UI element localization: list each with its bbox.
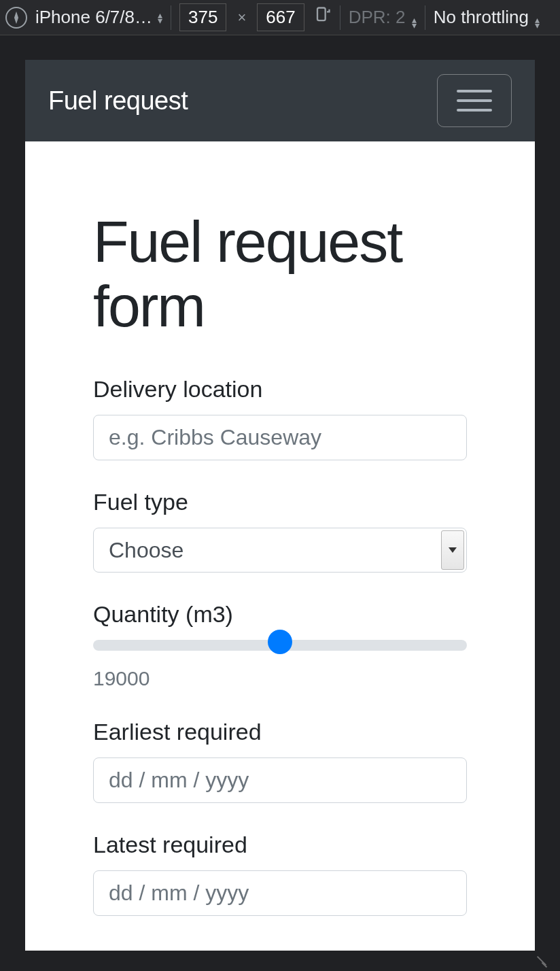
device-viewport: Fuel request Fuel request form Delivery … <box>25 60 535 951</box>
field-earliest-required: Earliest required <box>93 719 467 803</box>
rotate-icon[interactable] <box>313 5 332 29</box>
viewport-width-input[interactable]: 375 <box>179 3 226 31</box>
hamburger-icon <box>457 109 492 112</box>
quantity-value: 19000 <box>93 667 467 690</box>
quantity-slider[interactable] <box>93 640 467 651</box>
delivery-location-input[interactable] <box>93 415 467 460</box>
field-latest-required: Latest required <box>93 832 467 916</box>
hamburger-icon <box>457 99 492 102</box>
dpr-selector[interactable]: DPR: 2 ▴▾ <box>349 7 417 28</box>
svg-marker-0 <box>15 13 18 22</box>
chevron-down-icon <box>441 530 464 570</box>
chevron-updown-icon: ▴▾ <box>412 17 417 28</box>
dpr-label: DPR: 2 <box>349 7 406 27</box>
menu-toggle-button[interactable] <box>437 74 512 127</box>
throttling-label: No throttling <box>434 7 529 27</box>
fuel-type-select[interactable]: Choose <box>93 528 467 573</box>
device-stage: Fuel request Fuel request form Delivery … <box>0 35 560 971</box>
separator <box>171 5 171 30</box>
label-delivery-location: Delivery location <box>93 376 467 403</box>
device-selector[interactable]: iPhone 6/7/8… ▴▾ <box>35 7 162 28</box>
navbar-brand[interactable]: Fuel request <box>48 86 188 116</box>
separator <box>425 5 425 30</box>
throttling-selector[interactable]: No throttling ▴▾ <box>434 7 540 28</box>
device-label: iPhone 6/7/8… <box>35 7 152 28</box>
label-quantity: Quantity (m3) <box>93 601 467 628</box>
chevron-updown-icon: ▴▾ <box>158 12 162 23</box>
page-title: Fuel request form <box>93 209 467 338</box>
devtools-toolbar: iPhone 6/7/8… ▴▾ 375 × 667 DPR: 2 ▴▾ No … <box>0 0 560 35</box>
hamburger-icon <box>457 90 492 92</box>
separator <box>340 5 340 30</box>
navbar: Fuel request <box>25 60 535 141</box>
label-fuel-type: Fuel type <box>93 489 467 515</box>
chevron-updown-icon: ▴▾ <box>535 17 540 28</box>
dimension-times: × <box>234 9 249 27</box>
resize-handle-icon[interactable] <box>531 949 548 966</box>
page-content: Fuel request form Delivery location Fuel… <box>25 141 535 944</box>
latest-date-input[interactable] <box>93 870 467 916</box>
viewport-height-input[interactable]: 667 <box>257 3 304 31</box>
svg-rect-1 <box>317 8 326 21</box>
field-quantity: Quantity (m3) 19000 <box>93 601 467 690</box>
earliest-date-input[interactable] <box>93 757 467 803</box>
field-fuel-type: Fuel type Choose <box>93 489 467 573</box>
compass-icon[interactable] <box>5 7 27 29</box>
field-delivery-location: Delivery location <box>93 376 467 460</box>
label-earliest: Earliest required <box>93 719 467 745</box>
label-latest: Latest required <box>93 832 467 858</box>
